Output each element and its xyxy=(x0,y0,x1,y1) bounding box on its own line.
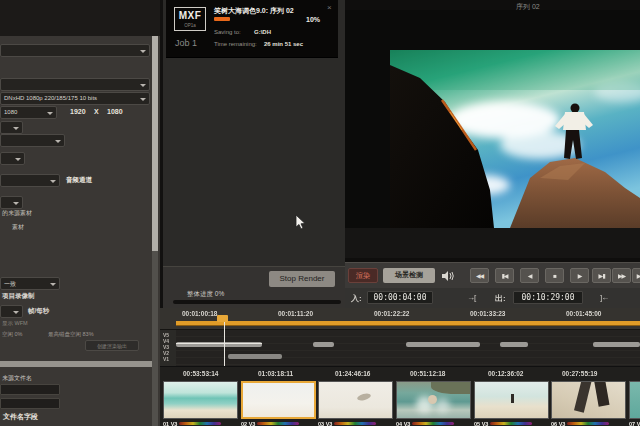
audio-channel-dropdown[interactable] xyxy=(0,174,60,187)
job-progress-chip xyxy=(214,17,230,21)
stop-render-button[interactable]: Stop Render xyxy=(269,271,335,287)
chevron-down-icon xyxy=(13,127,19,133)
stop-button[interactable]: ■ xyxy=(545,268,564,283)
clip-timecode: 01:03:18:11 xyxy=(258,370,293,377)
clip-thumbnail-selected[interactable] xyxy=(241,381,316,419)
source-material-row-1: 的来源素材 xyxy=(2,209,32,218)
render-button[interactable]: 渲染 xyxy=(348,268,378,283)
track-lanes xyxy=(176,330,640,366)
clip-thumbnail[interactable] xyxy=(318,381,393,419)
speaker-icon[interactable] xyxy=(441,270,455,282)
export-dropdown-5[interactable] xyxy=(0,152,25,165)
timeline-clip[interactable] xyxy=(313,342,334,347)
clip-thumbnail[interactable] xyxy=(474,381,549,419)
disk-free-stat: 空闲 0% xyxy=(2,331,22,338)
format-preset-dropdown[interactable]: DNxHD 1080p 220/185/175 10 bits xyxy=(0,92,150,105)
saving-to-value: G:\DH xyxy=(254,29,271,35)
match-setting-dropdown[interactable]: 一致 xyxy=(0,277,60,290)
mxf-format-sub: OP1a xyxy=(175,23,205,28)
chevron-down-icon xyxy=(140,84,146,90)
create-output-button[interactable]: 创建渲染输出 xyxy=(85,340,139,351)
clip-timecode: 00:12:36:02 xyxy=(488,370,523,377)
timeline-clip[interactable] xyxy=(593,342,640,347)
fast-forward-button[interactable]: ▶▶ xyxy=(612,268,631,283)
video-frame xyxy=(390,50,640,228)
filename-input-2[interactable] xyxy=(0,398,60,409)
render-job-title: 笑树大海调色9.0: 序列 02 xyxy=(214,6,294,16)
chevron-down-icon xyxy=(55,140,61,146)
export-dropdown-3[interactable] xyxy=(0,121,23,134)
clip-label: 03 V3 xyxy=(318,421,332,426)
next-frame-button[interactable]: ▶▮ xyxy=(592,268,611,283)
playhead-marker[interactable] xyxy=(217,315,228,322)
size-preset-dropdown[interactable]: 1080 xyxy=(0,106,57,119)
framerate-dropdown[interactable] xyxy=(0,305,23,318)
filename-input-1[interactable] xyxy=(0,384,60,395)
timeline-panel: 00:01:00:18 00:01:11:20 00:01:22:22 00:0… xyxy=(160,308,640,426)
clip-label: 04 V3 xyxy=(396,421,410,426)
work-area-underline xyxy=(176,325,640,326)
job-percent: 10% xyxy=(306,16,320,23)
clip-thumbnail[interactable] xyxy=(551,381,626,419)
disk-max-stat: 最高磁盘空闲 83% xyxy=(48,331,94,338)
timeline-clip[interactable] xyxy=(406,342,480,347)
in-point-value[interactable]: 00:00:04:00 xyxy=(367,291,433,304)
chevron-down-icon xyxy=(15,158,21,164)
out-point-value[interactable]: 00:10:29:00 xyxy=(513,291,583,304)
clip-label: 01 V3 xyxy=(163,421,177,426)
clip-label: 02 V3 xyxy=(241,421,255,426)
color-scope-strip xyxy=(257,422,299,425)
match-setting-value: 一致 xyxy=(4,280,16,289)
clip-label: 05 V3 xyxy=(474,421,488,426)
mark-in-icon[interactable]: →[ xyxy=(467,293,475,302)
scene-detect-button[interactable]: 场景检测 xyxy=(383,268,435,283)
timeline-clip[interactable] xyxy=(228,354,282,359)
step-back-button[interactable]: ◀ xyxy=(520,268,539,283)
clip-timecode: 00:51:12:18 xyxy=(410,370,445,377)
clip-thumbnail[interactable] xyxy=(629,381,640,419)
track-label[interactable]: V1 xyxy=(163,356,169,362)
mouse-cursor xyxy=(295,214,306,230)
clip-timecode: 00:27:55:19 xyxy=(562,370,597,377)
fps-label: 帧/每秒 xyxy=(28,307,49,316)
export-dropdown-1[interactable] xyxy=(0,44,150,57)
chevron-down-icon xyxy=(50,180,56,186)
overall-progress-label: 整体进度 0% xyxy=(187,290,224,299)
rewind-button[interactable]: ◀◀ xyxy=(470,268,489,283)
go-to-end-button[interactable]: ▶▶▮ xyxy=(632,268,640,283)
project-record-label: 项目录像制 xyxy=(2,292,35,301)
mark-out-icon[interactable]: ]← xyxy=(600,293,608,302)
clip-thumbnail[interactable] xyxy=(396,381,471,419)
timeline-clip[interactable] xyxy=(500,342,528,347)
clip-label: 07 V3 xyxy=(629,421,640,426)
export-dropdown-2[interactable] xyxy=(0,78,150,91)
clip-bin-strip: 00:53:53:14 01:03:18:11 01:24:46:16 00:5… xyxy=(160,366,640,426)
timeline-ruler[interactable]: 00:01:00:18 00:01:11:20 00:01:22:22 00:0… xyxy=(160,308,640,330)
job-label: Job 1 xyxy=(175,38,197,48)
source-filename-label: 来源文件名 xyxy=(2,374,32,383)
export-panel-header xyxy=(0,0,160,36)
export-dropdown-6[interactable] xyxy=(0,196,23,209)
video-scene xyxy=(390,50,640,228)
in-out-bar: 入: 00:00:04:00 →[ 出: 00:10:29:00 ]← xyxy=(345,288,640,308)
time-remaining-label: Time remaining: xyxy=(214,41,257,47)
crosshair-horizontal xyxy=(176,343,262,344)
render-queue-footer: Stop Render 整体进度 0% xyxy=(163,266,348,308)
close-icon[interactable]: × xyxy=(327,3,332,12)
playhead-line[interactable] xyxy=(224,322,225,366)
saving-to-label: Saving to: xyxy=(214,29,241,35)
export-dropdown-4[interactable] xyxy=(0,134,65,147)
clip-thumbnail[interactable] xyxy=(163,381,238,419)
play-button[interactable]: ▶ xyxy=(570,268,589,283)
format-preset-value: DNxHD 1080p 220/185/175 10 bits xyxy=(4,95,97,101)
mxf-format-badge: MXF OP1a xyxy=(174,7,206,31)
previous-frame-button[interactable]: ▮◀ xyxy=(495,268,514,283)
scrollbar-thumb[interactable] xyxy=(152,36,158,251)
out-point-label: 出: xyxy=(495,293,506,304)
in-point-label: 入: xyxy=(351,293,362,304)
app-window: DNxHD 1080p 220/185/175 10 bits 1080 192… xyxy=(0,0,640,426)
track-header-column: V5 V4 V3 V2 V1 xyxy=(160,330,176,366)
chevron-down-icon xyxy=(13,311,19,317)
render-queue-panel: MXF OP1a Job 1 笑树大海调色9.0: 序列 02 10% × Sa… xyxy=(160,0,345,308)
panel-scrollbar[interactable] xyxy=(152,36,158,426)
